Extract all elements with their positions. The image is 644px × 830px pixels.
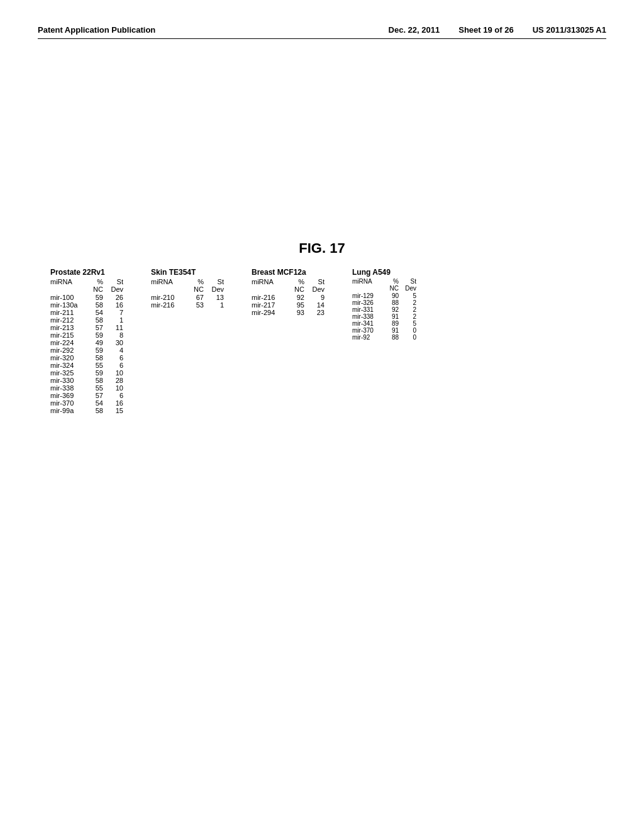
group-title-breast: Breast MCF12a (252, 268, 327, 277)
table-row: mir-92880 (352, 334, 419, 341)
cell-nc: 53 (189, 301, 209, 309)
cell-stdev: 0 (402, 327, 419, 334)
table-row: mir-341895 (352, 320, 419, 327)
table-row: mir-2244930 (50, 339, 126, 346)
table-row: mir-215598 (50, 331, 126, 339)
cell-nc: 58 (88, 316, 108, 324)
cell-nc: 49 (88, 339, 108, 346)
cell-stdev: 6 (108, 392, 126, 399)
cell-stdev: 13 (209, 294, 226, 301)
table-row: mir-212581 (50, 316, 126, 324)
col-stdev-header: St Dev (309, 278, 327, 293)
cell-stdev: 11 (108, 324, 126, 331)
cell-mirna: mir-369 (50, 392, 88, 399)
cell-nc: 55 (88, 384, 108, 392)
publication-label: Patent Application Publication (38, 25, 155, 35)
table-row: mir-2949323 (252, 309, 327, 316)
cell-stdev: 5 (402, 320, 419, 327)
group-skin: Skin TE354TmiRNA% NCSt Devmir-2106713mir… (151, 268, 226, 414)
cell-nc: 58 (88, 377, 108, 384)
table-row: mir-370910 (352, 327, 419, 334)
group-breast: Breast MCF12amiRNA% NCSt Devmir-216929mi… (252, 268, 327, 414)
cell-stdev: 16 (108, 399, 126, 407)
cell-nc: 67 (189, 294, 209, 301)
cell-stdev: 6 (108, 362, 126, 369)
cell-mirna: mir-370 (50, 399, 88, 407)
table-row: mir-129905 (352, 292, 419, 299)
sheet-info: Sheet 19 of 26 (458, 25, 513, 35)
cell-stdev: 2 (402, 306, 419, 313)
col-stdev-header: St Dev (402, 278, 419, 292)
table-row: mir-211547 (50, 309, 126, 316)
col-stdev-header: St Dev (108, 278, 126, 293)
cell-nc: 88 (385, 299, 402, 306)
cell-mirna: mir-212 (50, 316, 88, 324)
col-mirna-header: miRNA (252, 278, 289, 293)
cell-mirna: mir-213 (50, 324, 88, 331)
header-right: Dec. 22, 2011 Sheet 19 of 26 US 2011/313… (389, 25, 606, 35)
cell-nc: 93 (289, 309, 309, 316)
table-row: mir-3705416 (50, 399, 126, 407)
cell-mirna: mir-370 (352, 327, 385, 334)
cell-mirna: mir-294 (252, 309, 289, 316)
group-title-skin: Skin TE354T (151, 268, 226, 277)
cell-stdev: 2 (402, 313, 419, 320)
col-nc-header: % NC (88, 278, 108, 293)
table-row: mir-326882 (352, 299, 419, 306)
cell-nc: 57 (88, 392, 108, 399)
cell-stdev: 30 (108, 339, 126, 346)
data-section: Prostate 22Rv1miRNA% NCSt Devmir-1005926… (38, 268, 606, 414)
cell-stdev: 16 (108, 301, 126, 309)
table-row: mir-3255910 (50, 369, 126, 377)
col-mirna-header: miRNA (151, 278, 189, 293)
col-nc-header: % NC (385, 278, 402, 292)
cell-mirna: mir-320 (50, 354, 88, 362)
cell-stdev: 14 (309, 301, 327, 309)
cell-stdev: 0 (402, 334, 419, 341)
cell-mirna: mir-211 (50, 309, 88, 316)
cell-stdev: 5 (402, 292, 419, 299)
cell-stdev: 1 (209, 301, 226, 309)
cell-mirna: mir-217 (252, 301, 289, 309)
cell-stdev: 6 (108, 354, 126, 362)
table-row: mir-216929 (252, 294, 327, 301)
table-row: mir-2179514 (252, 301, 327, 309)
table-row: mir-324556 (50, 362, 126, 369)
cell-nc: 59 (88, 369, 108, 377)
table-row: mir-292594 (50, 346, 126, 354)
cell-mirna: mir-130a (50, 301, 88, 309)
cell-stdev: 1 (108, 316, 126, 324)
group-title-lung: Lung A549 (352, 268, 419, 277)
cell-stdev: 10 (108, 384, 126, 392)
cell-mirna: mir-129 (352, 292, 385, 299)
table-row: mir-3385510 (50, 384, 126, 392)
table-row: mir-338912 (352, 313, 419, 320)
cell-mirna: mir-324 (50, 362, 88, 369)
cell-mirna: mir-216 (252, 294, 289, 301)
table-row: mir-3305828 (50, 377, 126, 384)
cell-nc: 95 (289, 301, 309, 309)
table-row: mir-369576 (50, 392, 126, 399)
cell-nc: 92 (385, 306, 402, 313)
col-nc-header: % NC (289, 278, 309, 293)
publication-date: Dec. 22, 2011 (389, 25, 440, 35)
cell-mirna: mir-99a (50, 407, 88, 414)
table-row: mir-2106713 (151, 294, 226, 301)
cell-mirna: mir-341 (352, 320, 385, 327)
cell-mirna: mir-210 (151, 294, 189, 301)
cell-nc: 91 (385, 313, 402, 320)
table-row: mir-99a5815 (50, 407, 126, 414)
cell-nc: 58 (88, 407, 108, 414)
cell-stdev: 2 (402, 299, 419, 306)
cell-nc: 88 (385, 334, 402, 341)
table-row: mir-1005926 (50, 294, 126, 301)
cell-mirna: mir-216 (151, 301, 189, 309)
cell-mirna: mir-292 (50, 346, 88, 354)
table-row: mir-216531 (151, 301, 226, 309)
group-prostate: Prostate 22Rv1miRNA% NCSt Devmir-1005926… (50, 268, 126, 414)
cell-mirna: mir-224 (50, 339, 88, 346)
cell-nc: 92 (289, 294, 309, 301)
cell-stdev: 10 (108, 369, 126, 377)
cell-mirna: mir-331 (352, 306, 385, 313)
cell-mirna: mir-338 (352, 313, 385, 320)
